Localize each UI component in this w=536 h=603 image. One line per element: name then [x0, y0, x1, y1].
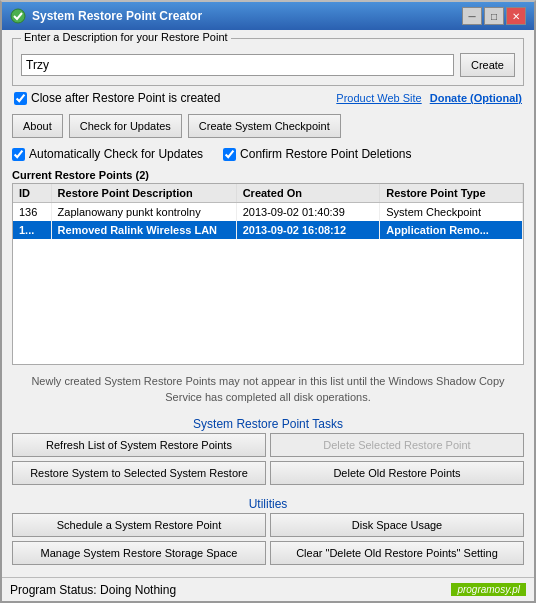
cell-id: 136 [13, 203, 51, 222]
confirm-delete-label: Confirm Restore Point Deletions [240, 147, 411, 161]
cell-created: 2013-09-02 16:08:12 [236, 221, 380, 239]
status-badge: programosy.pl [451, 583, 526, 596]
cell-type: System Checkpoint [380, 203, 523, 222]
manage-button[interactable]: Manage System Restore Storage Space [12, 541, 266, 565]
table-row[interactable]: 1... Removed Ralink Wireless LAN 2013-09… [13, 221, 523, 239]
confirm-delete-checkbox[interactable] [223, 148, 236, 161]
cell-type: Application Remo... [380, 221, 523, 239]
tasks-grid: Refresh List of System Restore Points De… [12, 433, 524, 485]
title-bar: System Restore Point Creator ─ □ ✕ [2, 2, 534, 30]
cell-description: Zaplanowany punkt kontrolny [51, 203, 236, 222]
col-id: ID [13, 184, 51, 203]
schedule-button[interactable]: Schedule a System Restore Point [12, 513, 266, 537]
status-label: Program Status: [10, 583, 97, 597]
restore-points-label: Current Restore Points (2) [12, 169, 524, 181]
auto-check-checkbox[interactable] [12, 148, 25, 161]
cell-description: Removed Ralink Wireless LAN [51, 221, 236, 239]
status-value: Doing Nothing [100, 583, 176, 597]
svg-point-0 [11, 9, 25, 23]
create-button[interactable]: Create [460, 53, 515, 77]
title-controls: ─ □ ✕ [462, 7, 526, 25]
status-bar: Program Status: Doing Nothing programosy… [2, 577, 534, 601]
description-label: Enter a Description for your Restore Poi… [21, 31, 231, 43]
col-type: Restore Point Type [380, 184, 523, 203]
main-window: System Restore Point Creator ─ □ ✕ Enter… [0, 0, 536, 603]
links-row: Product Web Site Donate (Optional) [336, 92, 522, 104]
confirm-delete-item: Confirm Restore Point Deletions [223, 147, 411, 161]
check-updates-button[interactable]: Check for Updates [69, 114, 182, 138]
auto-check-item: Automatically Check for Updates [12, 147, 203, 161]
restore-points-table-container: ID Restore Point Description Created On … [12, 183, 524, 365]
restore-system-button[interactable]: Restore System to Selected System Restor… [12, 461, 266, 485]
close-after-row: Close after Restore Point is created [14, 91, 220, 105]
info-text: Newly created System Restore Points may … [12, 370, 524, 409]
maximize-button[interactable]: □ [484, 7, 504, 25]
utilities-section: Utilities Schedule a System Restore Poin… [12, 494, 524, 569]
table-row[interactable]: 136 Zaplanowany punkt kontrolny 2013-09-… [13, 203, 523, 222]
close-button[interactable]: ✕ [506, 7, 526, 25]
col-description: Restore Point Description [51, 184, 236, 203]
table-header-row: ID Restore Point Description Created On … [13, 184, 523, 203]
description-input[interactable] [21, 54, 454, 76]
restore-points-table: ID Restore Point Description Created On … [13, 184, 523, 239]
create-checkpoint-button[interactable]: Create System Checkpoint [188, 114, 341, 138]
col-created: Created On [236, 184, 380, 203]
action-btn-row: About Check for Updates Create System Ch… [12, 114, 524, 138]
cell-id: 1... [13, 221, 51, 239]
product-web-site-link[interactable]: Product Web Site [336, 92, 421, 104]
tasks-section: System Restore Point Tasks Refresh List … [12, 414, 524, 489]
description-group: Enter a Description for your Restore Poi… [12, 38, 524, 86]
close-after-label: Close after Restore Point is created [31, 91, 220, 105]
about-button[interactable]: About [12, 114, 63, 138]
disk-space-button[interactable]: Disk Space Usage [270, 513, 524, 537]
refresh-button[interactable]: Refresh List of System Restore Points [12, 433, 266, 457]
tasks-section-title: System Restore Point Tasks [12, 417, 524, 431]
utilities-grid: Schedule a System Restore Point Disk Spa… [12, 513, 524, 565]
delete-selected-button[interactable]: Delete Selected Restore Point [270, 433, 524, 457]
auto-check-label: Automatically Check for Updates [29, 147, 203, 161]
delete-old-button[interactable]: Delete Old Restore Points [270, 461, 524, 485]
title-bar-left: System Restore Point Creator [10, 8, 202, 24]
main-content: Enter a Description for your Restore Poi… [2, 30, 534, 577]
options-row: Automatically Check for Updates Confirm … [12, 147, 524, 161]
status-text-container: Program Status: Doing Nothing [10, 583, 176, 597]
donate-link[interactable]: Donate (Optional) [430, 92, 522, 104]
cell-created: 2013-09-02 01:40:39 [236, 203, 380, 222]
description-input-row: Create [21, 53, 515, 77]
minimize-button[interactable]: ─ [462, 7, 482, 25]
window-title: System Restore Point Creator [32, 9, 202, 23]
clear-delete-button[interactable]: Clear "Delete Old Restore Points" Settin… [270, 541, 524, 565]
close-after-checkbox[interactable] [14, 92, 27, 105]
app-icon [10, 8, 26, 24]
utilities-section-title: Utilities [12, 497, 524, 511]
